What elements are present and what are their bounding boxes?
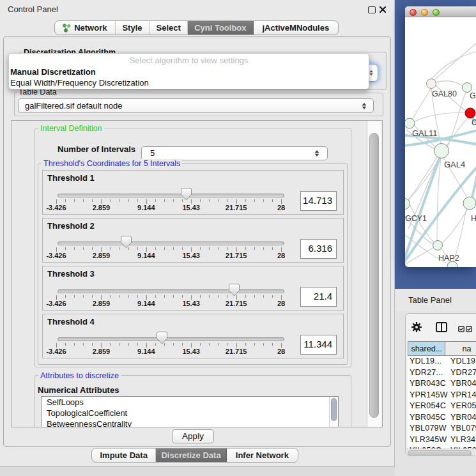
tab-select[interactable]: Select	[150, 21, 188, 35]
network-view-window[interactable]: GAL80GACGAL11GAL4GCY1HHAP2	[405, 6, 476, 267]
network-edge[interactable]	[436, 81, 463, 86]
cell-shared-name[interactable]: YBR043C	[408, 378, 450, 390]
network-node[interactable]	[434, 144, 449, 158]
slider-tick	[155, 199, 156, 202]
table-data-combobox[interactable]: galFiltered.sif default node	[18, 98, 374, 113]
threshold-value-field[interactable]: 11.344	[300, 335, 337, 355]
cell-shared-name[interactable]: YDL19...	[408, 356, 450, 367]
table-row[interactable]: YBR045CYBR045C	[408, 412, 476, 424]
slider-tick-label: 9.144	[137, 348, 155, 355]
attribute-list-item[interactable]: BetweennessCentrality	[42, 418, 338, 427]
threshold-label: Threshold 1	[47, 173, 95, 183]
threshold-value-field[interactable]: 14.713	[300, 191, 337, 211]
tab-infer-network[interactable]: Infer Network	[227, 449, 298, 462]
tab-network[interactable]: Network	[55, 21, 116, 35]
network-node[interactable]	[427, 79, 436, 89]
apply-button[interactable]: Apply	[172, 429, 214, 443]
slider-tick	[281, 295, 282, 300]
cell-shared-name[interactable]: YBR045C	[408, 412, 450, 424]
network-icon	[63, 24, 71, 33]
network-edge[interactable]	[437, 158, 441, 241]
close-icon[interactable]	[379, 6, 387, 13]
slider-tick	[65, 247, 66, 250]
slider-track[interactable]	[58, 337, 284, 341]
checkbox-icon[interactable]	[466, 326, 472, 332]
slider-thumb[interactable]	[181, 188, 192, 201]
slider-track[interactable]	[58, 242, 284, 245]
slider-thumb[interactable]	[229, 284, 240, 296]
table-row[interactable]: YDL19...YDL19...	[408, 356, 476, 367]
network-edge[interactable]	[434, 43, 476, 80]
table-row[interactable]: YER054CYER054C	[408, 401, 476, 412]
cell-name[interactable]: YBR043C	[450, 378, 476, 390]
settings-scrollbar[interactable]	[367, 121, 381, 427]
network-node-label: H	[471, 214, 476, 223]
tab-discretize-data[interactable]: Discretize Data	[156, 449, 226, 462]
dropdown-option-manual-discretization[interactable]: Manual Discretization	[10, 67, 96, 77]
slider-tick	[110, 343, 111, 346]
cell-name[interactable]: YPR145W	[450, 390, 476, 401]
slider-track[interactable]	[58, 194, 284, 197]
dropdown-option-equal-width[interactable]: Equal Width/Frequency Discretization	[10, 78, 149, 88]
slider-thumb[interactable]	[121, 236, 132, 249]
zoom-traffic-light[interactable]	[433, 9, 440, 16]
table-row[interactable]: YBL079WYBL079W	[408, 423, 476, 434]
slider-tick	[119, 247, 120, 250]
cell-name[interactable]: YDL19...	[450, 356, 476, 367]
cell-shared-name[interactable]: YER054C	[408, 401, 450, 412]
network-node[interactable]	[405, 118, 415, 128]
attributes-list-scrollbar[interactable]	[329, 397, 338, 427]
threshold-value-field[interactable]: 6.316	[300, 239, 337, 259]
slider-thumb[interactable]	[157, 332, 167, 344]
attribute-list-item[interactable]: TopologicalCoefficient	[42, 408, 338, 418]
slider-tick-label: 28	[277, 252, 285, 259]
network-node[interactable]	[465, 108, 475, 118]
tab-jactivemnodules[interactable]: jActiveMNodules	[254, 21, 338, 35]
network-edge[interactable]	[431, 52, 476, 79]
network-edge[interactable]	[411, 88, 431, 120]
slider-tick-label: 28	[277, 204, 285, 211]
table-row[interactable]: YPR145WYPR145W	[408, 390, 476, 401]
close-traffic-light[interactable]	[410, 9, 417, 16]
gear-icon[interactable]	[411, 322, 422, 332]
columns-icon[interactable]	[436, 322, 447, 332]
network-window-titlebar[interactable]	[405, 6, 476, 17]
checkbox-icon[interactable]	[458, 326, 464, 332]
minimize-traffic-light[interactable]	[421, 9, 428, 16]
column-header-name[interactable]: na	[445, 341, 476, 356]
slider-tick	[137, 199, 138, 202]
scrollbar-thumb[interactable]	[408, 450, 472, 456]
table-row[interactable]: YDR27...YDR27...	[408, 367, 476, 379]
number-of-intervals-spinner[interactable]: 5	[141, 146, 328, 160]
cell-shared-name[interactable]: YPR145W	[408, 390, 450, 401]
network-node[interactable]	[463, 197, 476, 210]
attribute-list-item[interactable]: SelfLoops	[42, 397, 338, 408]
tab-impute-data[interactable]: Impute Data	[92, 449, 156, 462]
float-window-icon[interactable]	[368, 6, 376, 13]
network-edge[interactable]	[441, 209, 468, 243]
interval-definition-group-title: Interval Definition	[38, 124, 104, 133]
cell-name[interactable]: YBL079W	[450, 423, 476, 434]
threshold-value-field[interactable]: 21.4	[300, 287, 337, 307]
network-node[interactable]	[433, 241, 443, 250]
tab-cyni-toolbox[interactable]: Cyni Toolbox	[188, 21, 254, 35]
tab-style[interactable]: Style	[116, 21, 150, 35]
cell-name[interactable]: YBR045C	[450, 412, 476, 424]
table-row[interactable]: YLR345WYLR345W	[408, 434, 476, 446]
cell-shared-name[interactable]: YLR345W	[408, 434, 450, 446]
slider-track[interactable]	[58, 289, 284, 293]
network-node-label: GAL80	[432, 89, 457, 98]
cell-name[interactable]: YLR345W	[450, 434, 476, 446]
column-header-shared-name[interactable]: shared...	[408, 341, 445, 356]
slider-tick	[74, 199, 75, 202]
network-canvas[interactable]: GAL80GACGAL11GAL4GCY1HHAP2	[405, 18, 476, 267]
cell-name[interactable]: YDR27...	[450, 367, 476, 379]
cell-shared-name[interactable]: YBL079W	[408, 423, 450, 434]
scrollbar-thumb[interactable]	[369, 133, 379, 418]
slider-tick	[245, 199, 246, 202]
cell-name[interactable]: YER054C	[450, 401, 476, 412]
cell-shared-name[interactable]: YDR27...	[408, 367, 450, 379]
table-row[interactable]: YBR043CYBR043C	[408, 378, 476, 390]
table-horizontal-scrollbar[interactable]	[406, 449, 476, 456]
network-node[interactable]	[405, 199, 410, 210]
